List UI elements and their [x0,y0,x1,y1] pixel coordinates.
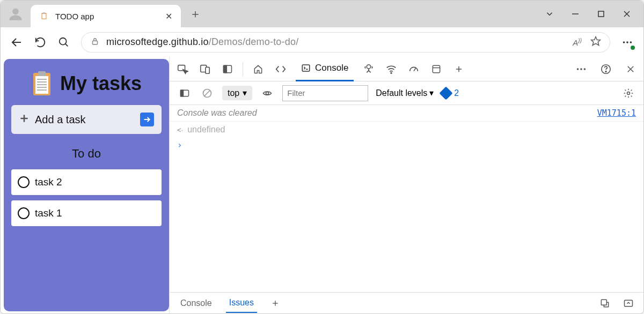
todo-section-title: To do [11,147,162,161]
svg-rect-49 [181,90,184,96]
browser-tab[interactable]: TODO app ✕ [31,5,181,27]
svg-rect-57 [625,300,633,306]
svg-point-15 [630,41,632,43]
log-levels-selector[interactable]: Default levels ▾ [376,88,434,98]
svg-point-14 [626,41,628,43]
issue-badge-icon [440,86,453,100]
svg-point-0 [12,9,19,15]
svg-rect-32 [302,65,310,71]
context-selector[interactable]: top ▾ [222,86,252,100]
more-tabs-button[interactable] [451,62,466,77]
welcome-tab-icon[interactable] [251,62,266,77]
device-toggle-icon[interactable] [197,62,213,77]
todo-app: My tasks Add a task To do task 2 task 1 [4,59,169,311]
svg-point-9 [60,38,67,44]
console-prompt[interactable]: › [170,138,643,152]
svg-point-35 [391,72,392,73]
svg-point-34 [367,64,371,68]
svg-rect-2 [42,14,46,19]
caret-down-icon: ▾ [429,88,434,98]
levels-label: Default levels [376,88,427,98]
svg-point-53 [627,92,630,94]
svg-rect-56 [601,300,606,305]
task-text: task 2 [35,176,62,188]
console-return-value: undefined [187,125,636,134]
svg-line-36 [414,68,416,71]
browser-toolbar: microsoftedge.github.io/Demos/demo-to-do… [1,27,643,57]
profile-button[interactable] [6,4,25,24]
svg-line-10 [65,43,68,46]
clipboard-icon [31,71,53,96]
svg-rect-31 [224,65,227,72]
application-tab-icon[interactable] [429,62,444,77]
address-bar[interactable]: microsoftedge.github.io/Demos/demo-to-do… [81,32,610,53]
svg-point-45 [605,71,606,72]
favorite-icon[interactable] [590,36,601,49]
sources-tab-icon[interactable] [361,62,376,77]
refresh-button[interactable] [34,36,47,49]
close-window-button[interactable] [621,8,633,20]
task-item[interactable]: task 2 [11,169,162,195]
add-task-input[interactable]: Add a task [11,105,162,134]
network-tab-icon[interactable] [384,62,399,77]
help-icon[interactable] [598,62,613,77]
issue-count: 2 [454,88,459,98]
svg-rect-3 [43,12,45,14]
update-indicator-icon [631,46,635,50]
svg-rect-29 [206,67,209,73]
chevron-down-icon[interactable] [544,8,555,20]
svg-marker-12 [591,36,601,45]
more-menu-button[interactable] [621,36,634,49]
browser-titlebar: TODO app ✕ ＋ [1,1,643,27]
minimize-button[interactable] [569,8,581,20]
svg-rect-37 [433,65,440,72]
close-devtools-button[interactable] [623,62,638,77]
return-arrow-icon: <· [177,126,183,134]
console-toolbar: top ▾ Default levels ▾ 2 [170,81,643,105]
clear-console-icon[interactable] [200,86,215,101]
task-checkbox[interactable] [18,207,30,219]
devtools-drawer-tabs: Console Issues [170,292,643,313]
svg-point-52 [266,92,269,94]
console-message: Console was cleared [177,108,597,118]
read-aloud-icon[interactable]: A)) [573,38,582,47]
console-filter-input[interactable] [282,85,368,101]
submit-task-button[interactable] [140,113,154,126]
close-tab-icon[interactable]: ✕ [165,11,172,21]
source-link[interactable]: VM1715:1 [597,108,636,118]
url-text: microsoftedge.github.io/Demos/demo-to-do… [106,36,298,48]
live-expression-icon[interactable] [260,86,275,101]
drawer-console-tab[interactable]: Console [177,294,215,312]
task-text: task 1 [35,207,62,219]
lock-icon [90,36,100,48]
toggle-sidebar-icon[interactable] [177,86,192,101]
console-output: Console was cleared VM1715:1 <· undefine… [170,105,643,292]
console-tab[interactable]: Console [296,57,354,81]
devtools-tabs: Console [170,57,643,81]
context-label: top [228,88,239,98]
elements-tab-icon[interactable] [273,62,288,77]
dock-side-icon[interactable] [220,62,235,77]
svg-line-51 [204,91,210,96]
performance-tab-icon[interactable] [406,62,421,77]
tab-title: TODO app [55,12,159,21]
svg-point-43 [584,68,586,70]
caret-down-icon: ▾ [243,88,247,98]
devtools-more-icon[interactable] [574,62,589,77]
search-icon[interactable] [57,36,70,49]
task-checkbox[interactable] [18,176,30,188]
maximize-button[interactable] [595,8,607,20]
drawer-more-tabs-button[interactable] [268,296,283,311]
task-item[interactable]: task 1 [11,200,162,226]
svg-rect-18 [38,71,46,76]
drawer-issues-tab[interactable]: Issues [226,294,257,313]
issues-indicator[interactable]: 2 [441,88,459,98]
console-settings-icon[interactable] [621,86,636,101]
app-title: My tasks [60,72,142,95]
devtools-panel: Console top ▾ [169,57,643,313]
new-tab-button[interactable]: ＋ [189,6,201,22]
inspect-element-icon[interactable] [175,62,190,77]
back-button[interactable] [10,36,23,49]
expand-drawer-icon[interactable] [621,296,636,311]
computed-styles-icon[interactable] [597,296,612,311]
